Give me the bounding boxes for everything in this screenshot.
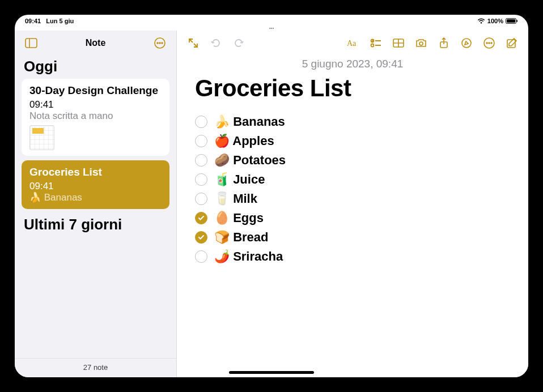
status-bar: 09:41 Lun 5 giu 100% [15, 15, 528, 26]
checklist-button[interactable] [366, 33, 385, 53]
sidebar-toggle-button[interactable] [23, 35, 40, 52]
note-item-time: 09:41 [29, 181, 162, 192]
item-emoji: 🍎 [214, 134, 230, 148]
note-list-item-selected[interactable]: Groceries List 09:41 🍌 Bananas [22, 160, 169, 209]
markup-button[interactable] [457, 33, 476, 53]
battery-icon [506, 18, 518, 24]
item-label: Milk [233, 191, 257, 206]
status-date: Lun 5 giu [46, 18, 74, 24]
checklist-item[interactable]: 🧃 Juice [195, 172, 510, 187]
table-button[interactable] [389, 33, 408, 53]
sidebar-footer: 27 note [15, 358, 176, 377]
share-button[interactable] [434, 33, 453, 53]
note-item-time: 09:41 [29, 99, 162, 110]
item-label: Juice [233, 172, 265, 186]
item-emoji: 🥚 [214, 211, 230, 225]
notes-app: Note Oggi 30-Day Design Challenge 09:41 … [15, 31, 528, 377]
section-today: Oggi [15, 56, 176, 79]
note-editor: Aa [177, 31, 528, 377]
svg-rect-2 [517, 20, 518, 22]
svg-point-22 [489, 42, 490, 44]
checklist-item[interactable]: 🥔 Potatoes [195, 153, 510, 168]
note-item-thumbnail [29, 125, 54, 150]
expand-button[interactable] [184, 33, 203, 53]
editor-toolbar: Aa [177, 31, 528, 56]
svg-point-17 [419, 42, 423, 45]
sidebar: Note Oggi 30-Day Design Challenge 09:41 … [15, 31, 177, 377]
item-label: Sriracha [233, 249, 283, 263]
redo-button[interactable] [229, 33, 248, 53]
svg-text:Aa: Aa [347, 39, 357, 48]
section-last7: Ultimi 7 giorni [15, 214, 176, 237]
item-label: Apples [232, 134, 274, 148]
svg-point-6 [157, 42, 158, 44]
item-emoji: 🍞 [214, 230, 230, 244]
item-emoji: 🍌 [214, 114, 230, 129]
svg-point-12 [371, 44, 374, 47]
checklist-item[interactable]: 🍎 Apples [195, 134, 510, 148]
svg-rect-1 [507, 19, 515, 23]
svg-point-19 [462, 39, 471, 48]
checkbox-icon[interactable] [195, 250, 207, 263]
wifi-icon [477, 18, 485, 24]
checklist-item[interactable]: 🥛 Milk [195, 191, 510, 206]
checkbox-checked-icon[interactable] [195, 212, 207, 224]
ipad-frame: 09:41 Lun 5 giu 100% ••• [8, 8, 535, 384]
multitask-dots-icon[interactable]: ••• [15, 26, 528, 31]
checklist-item[interactable]: 🍌 Bananas [195, 114, 510, 129]
svg-rect-3 [26, 39, 37, 48]
checkbox-icon[interactable] [195, 173, 207, 186]
undo-button[interactable] [206, 33, 226, 53]
item-emoji: 🥛 [214, 191, 230, 206]
item-emoji: 🌶️ [214, 249, 230, 263]
svg-point-23 [491, 42, 492, 44]
sidebar-body[interactable]: Oggi 30-Day Design Challenge 09:41 Nota … [15, 56, 176, 358]
home-indicator[interactable] [229, 371, 314, 374]
status-time: 09:41 [25, 18, 41, 24]
checkbox-icon[interactable] [195, 154, 207, 167]
checklist-item[interactable]: 🌶️ Sriracha [195, 249, 510, 264]
format-button[interactable]: Aa [343, 33, 363, 53]
item-emoji: 🧃 [214, 172, 230, 186]
note-body[interactable]: Groceries List 🍌 Bananas🍎 Apples🥔 Potato… [177, 70, 528, 377]
note-item-title: 30-Day Design Challenge [29, 84, 162, 97]
item-label: Potatoes [233, 153, 286, 167]
item-emoji: 🥔 [214, 153, 230, 167]
camera-button[interactable] [412, 33, 431, 53]
status-left: 09:41 Lun 5 giu [25, 18, 74, 24]
more-editor-button[interactable] [480, 33, 499, 53]
checkbox-icon[interactable] [195, 193, 207, 205]
note-item-snippet: 🍌 Bananas [29, 192, 162, 203]
svg-point-7 [159, 42, 160, 44]
status-right: 100% [477, 18, 518, 24]
checkbox-checked-icon[interactable] [195, 231, 207, 244]
checklist-item[interactable]: 🍞 Bread [195, 230, 510, 245]
sidebar-title: Note [86, 38, 106, 48]
item-label: Bread [233, 230, 268, 244]
note-item-title: Groceries List [29, 166, 162, 178]
screen: 09:41 Lun 5 giu 100% ••• [15, 15, 528, 377]
item-label: Eggs [233, 211, 264, 225]
svg-point-21 [486, 42, 487, 44]
note-title: Groceries List [195, 75, 510, 102]
note-list-item[interactable]: 30-Day Design Challenge 09:41 Nota scrit… [22, 79, 169, 156]
checkbox-icon[interactable] [195, 135, 207, 147]
note-date: 5 giugno 2023, 09:41 [177, 58, 528, 70]
checklist-item[interactable]: 🥚 Eggs [195, 211, 510, 225]
checklist: 🍌 Bananas🍎 Apples🥔 Potatoes🧃 Juice🥛 Milk… [195, 114, 510, 264]
battery-text: 100% [487, 18, 503, 24]
checkbox-icon[interactable] [195, 116, 207, 128]
note-item-snippet: Nota scritta a mano [29, 110, 162, 122]
sidebar-toolbar: Note [15, 31, 176, 56]
compose-button[interactable] [502, 33, 521, 53]
more-button[interactable] [151, 35, 168, 52]
item-label: Bananas [233, 114, 285, 129]
svg-point-8 [162, 42, 163, 44]
